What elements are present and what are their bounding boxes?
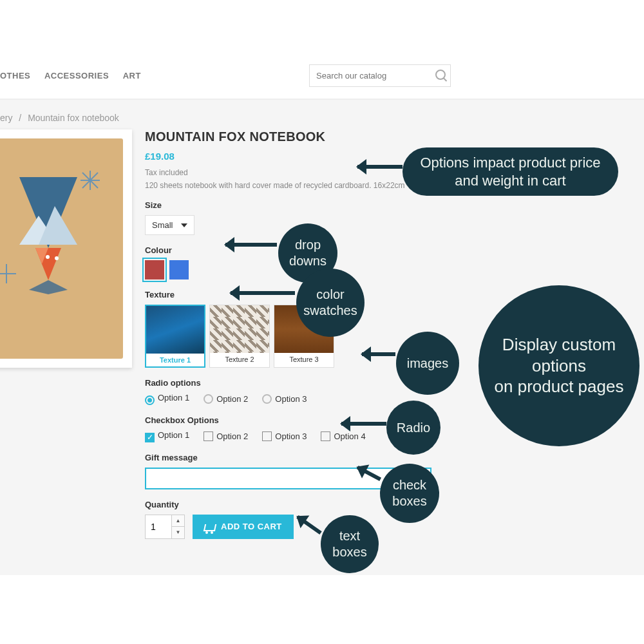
colour-blue-swatch[interactable] — [169, 260, 189, 279]
arrow-icon — [341, 422, 386, 426]
arrow-icon — [225, 243, 277, 247]
arrow-icon — [362, 352, 395, 356]
product-title: MOUNTAIN FOX NOTEBOOK — [145, 129, 638, 144]
size-select[interactable]: Small — [145, 215, 194, 235]
add-to-cart-button[interactable]: ADD TO CART — [193, 515, 294, 539]
qty-up-icon[interactable]: ▲ — [172, 515, 185, 527]
radio-option-2[interactable]: Option 2 — [204, 394, 248, 404]
cart-icon — [204, 522, 214, 531]
search-input[interactable] — [309, 64, 451, 87]
radio-option-3[interactable]: Option 3 — [262, 394, 307, 404]
annotation-images: images — [396, 332, 459, 395]
breadcrumb: ery / Mountain fox notebook — [0, 106, 644, 129]
texture-1[interactable]: Texture 1 — [145, 305, 205, 368]
check-option-2[interactable]: Option 2 — [204, 431, 248, 441]
arrow-icon — [357, 165, 402, 169]
size-label: Size — [145, 200, 638, 210]
product-image — [0, 129, 132, 368]
qty-down-icon[interactable]: ▼ — [172, 526, 185, 539]
chevron-down-icon — [181, 223, 187, 227]
nav-accessories[interactable]: ACCESSORIES — [44, 71, 109, 80]
svg-marker-7 — [29, 280, 68, 294]
radio-option-1[interactable]: Option 1 — [145, 393, 189, 405]
annotation-checkboxes: check boxes — [380, 464, 439, 523]
nav-clothes[interactable]: OTHES — [0, 71, 30, 80]
check-option-3[interactable]: Option 3 — [262, 431, 307, 441]
svg-point-6 — [55, 256, 59, 260]
annotation-radio: Radio — [386, 401, 440, 455]
annotation-display-custom: Display custom options on product pages — [478, 285, 639, 446]
nav-art[interactable]: ART — [123, 71, 141, 80]
search-icon[interactable] — [435, 70, 446, 80]
gift-label: Gift message — [145, 453, 638, 462]
svg-point-5 — [46, 255, 50, 259]
texture-2[interactable]: Texture 2 — [209, 305, 270, 368]
check-option-4[interactable]: Option 4 — [321, 431, 365, 441]
annotation-price-impact: Options impact product price and weight … — [402, 147, 618, 196]
arrow-icon — [231, 291, 295, 295]
check-option-1[interactable]: ✓Option 1 — [145, 430, 189, 442]
quantity-input[interactable] — [145, 515, 172, 539]
colour-red-swatch[interactable] — [145, 260, 164, 279]
annotation-textboxes: text boxes — [321, 515, 379, 573]
annotation-swatches: color swatches — [296, 269, 365, 337]
